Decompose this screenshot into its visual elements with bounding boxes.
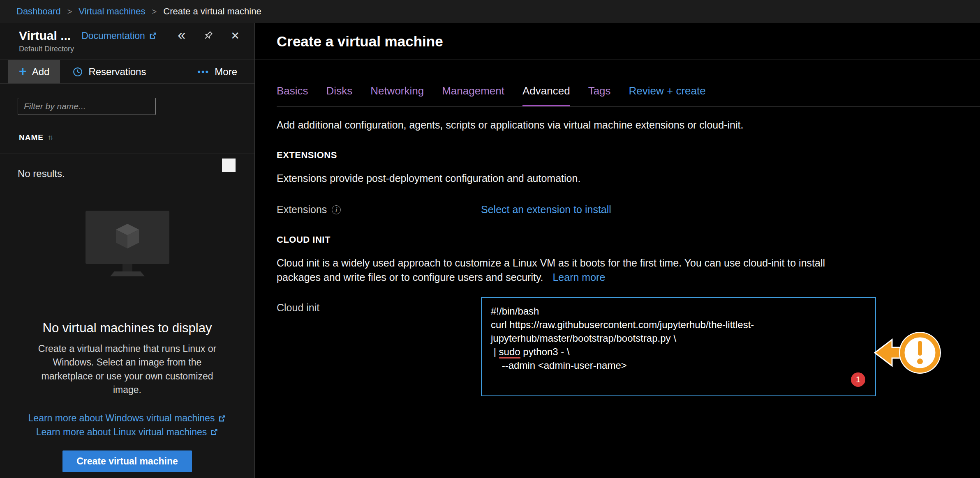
- tab-networking[interactable]: Networking: [370, 85, 424, 106]
- external-link-icon: [149, 32, 157, 40]
- sort-icon[interactable]: ↑↓: [48, 133, 52, 142]
- window: Virtual ... Documentation «: [0, 23, 980, 478]
- sidebar-title: Virtual ...: [19, 29, 71, 43]
- cloud-init-section-description: Cloud init is a widely used approach to …: [277, 256, 852, 285]
- extensions-section-header: EXTENSIONS: [277, 150, 980, 161]
- documentation-link[interactable]: Documentation: [81, 30, 157, 41]
- scrollbar-thumb[interactable]: [222, 159, 236, 172]
- add-button[interactable]: + Add: [8, 60, 60, 83]
- script-line: jupyterhub/master/bootstrap/bootstrap.py…: [491, 331, 866, 345]
- extensions-section-description: Extensions provide post-deployment confi…: [277, 171, 852, 186]
- pin-icon[interactable]: [203, 30, 213, 41]
- extensions-form-row: Extensions i Select an extension to inst…: [277, 204, 980, 216]
- ellipsis-icon: •••: [197, 67, 209, 77]
- breadcrumb-current-page: Create a virtual machine: [163, 6, 261, 17]
- select-extension-link[interactable]: Select an extension to install: [481, 204, 611, 216]
- page-title: Create a virtual machine: [277, 33, 443, 50]
- cloud-init-description-text: Cloud init is a widely used approach to …: [277, 257, 825, 283]
- advanced-tab-intro: Add additional configuration, agents, sc…: [277, 119, 980, 131]
- external-link-icon: [218, 414, 226, 423]
- tab-advanced[interactable]: Advanced: [522, 85, 570, 106]
- tab-basics[interactable]: Basics: [277, 85, 308, 106]
- tab-disks[interactable]: Disks: [326, 85, 353, 106]
- script-line: | sudo python3 - \: [491, 345, 866, 358]
- misspelled-word: sudo: [499, 346, 520, 358]
- plus-icon: +: [19, 64, 27, 78]
- empty-state: No virtual machines to display Create a …: [0, 179, 254, 472]
- filter-by-name-input[interactable]: [18, 98, 156, 115]
- learn-linux-vm-label: Learn more about Linux virtual machines: [36, 425, 207, 439]
- annotation-step-badge: 1: [851, 372, 865, 387]
- breadcrumb: Dashboard > Virtual machines > Create a …: [0, 0, 980, 23]
- tab-tags[interactable]: Tags: [588, 85, 611, 106]
- create-virtual-machine-button[interactable]: Create virtual machine: [62, 450, 192, 472]
- learn-linux-vm-link[interactable]: Learn more about Linux virtual machines: [36, 425, 219, 439]
- sidebar-header: Virtual ... Documentation «: [0, 23, 254, 60]
- documentation-link-label: Documentation: [81, 30, 145, 41]
- more-button-label: More: [215, 66, 237, 78]
- learn-windows-vm-label: Learn more about Windows virtual machine…: [28, 411, 215, 425]
- list-divider: [0, 154, 254, 154]
- tab-strip: Basics Disks Networking Management Advan…: [277, 85, 980, 107]
- sidebar-toolbar: + Add Reservations ••• More: [0, 60, 254, 84]
- no-results-text: No results.: [18, 168, 254, 179]
- add-button-label: Add: [32, 66, 50, 78]
- learn-windows-vm-link[interactable]: Learn more about Windows virtual machine…: [28, 411, 227, 425]
- more-button[interactable]: ••• More: [197, 60, 237, 83]
- script-line: --admin <admin-user-name>: [491, 358, 866, 372]
- name-column-header[interactable]: NAME ↑↓: [19, 133, 254, 142]
- tab-review-create[interactable]: Review + create: [629, 85, 706, 106]
- main-header: Create a virtual machine: [255, 23, 980, 60]
- script-line: #!/bin/bash: [491, 304, 866, 318]
- virtual-machines-blade: Virtual ... Documentation «: [0, 23, 255, 478]
- breadcrumb-link-dashboard[interactable]: Dashboard: [16, 6, 61, 17]
- breadcrumb-link-virtual-machines[interactable]: Virtual machines: [79, 6, 145, 17]
- main-body: Basics Disks Networking Management Advan…: [255, 85, 980, 396]
- empty-state-description: Create a virtual machine that runs Linux…: [29, 342, 226, 397]
- learn-more-link[interactable]: Learn more: [552, 271, 605, 283]
- external-link-icon: [210, 428, 218, 436]
- sidebar-body: NAME ↑↓ No results. No virtual machines …: [0, 84, 254, 478]
- main-panel: Create a virtual machine Basics Disks Ne…: [255, 23, 980, 478]
- extensions-field-label: Extensions: [277, 204, 327, 216]
- reservations-button-label: Reservations: [88, 66, 146, 78]
- script-line: curl https://raw.githubusercontent.com/j…: [491, 318, 866, 331]
- tab-management[interactable]: Management: [442, 85, 504, 106]
- collapse-blade-icon[interactable]: «: [178, 28, 185, 41]
- vm-monitor-illustration: [84, 211, 171, 280]
- directory-label: Default Directory: [19, 45, 240, 53]
- name-column-label: NAME: [19, 133, 44, 142]
- cloud-init-textarea[interactable]: #!/bin/bash curl https://raw.githubuserc…: [481, 297, 876, 396]
- clock-icon: [72, 67, 83, 77]
- info-icon[interactable]: i: [332, 205, 341, 214]
- reservations-button[interactable]: Reservations: [60, 60, 158, 83]
- attention-pointer-annotation: [874, 326, 944, 379]
- breadcrumb-separator-icon: >: [67, 7, 72, 16]
- cloud-init-section-header: CLOUD INIT: [277, 234, 980, 245]
- close-blade-icon[interactable]: ✕: [231, 30, 240, 42]
- empty-state-title: No virtual machines to display: [0, 321, 254, 336]
- breadcrumb-separator-icon: >: [152, 7, 157, 16]
- cloud-init-field-label: Cloud init: [277, 302, 319, 314]
